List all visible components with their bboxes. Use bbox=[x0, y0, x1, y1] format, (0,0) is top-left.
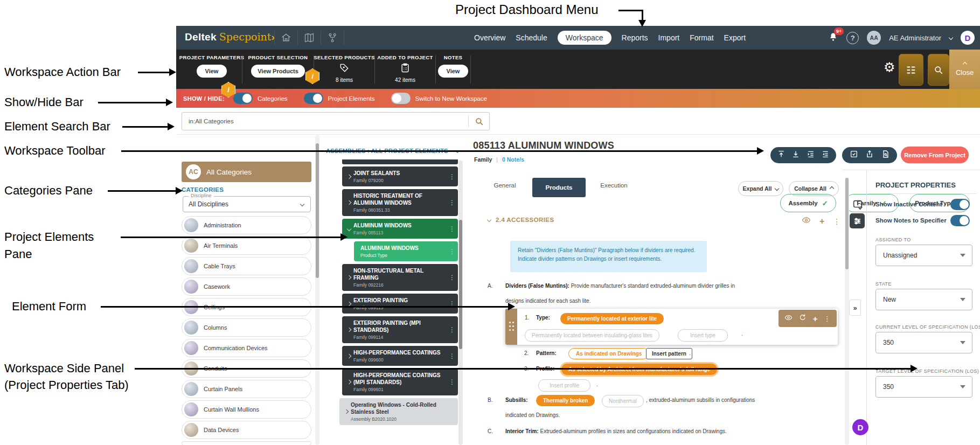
scrollbar-thumb[interactable] bbox=[316, 143, 319, 278]
chevron-right-icon[interactable] bbox=[344, 380, 353, 384]
collapse-all-button[interactable]: Collapse All bbox=[789, 181, 839, 196]
discipline-select[interactable]: Discipline All Disciplines bbox=[183, 196, 311, 212]
chevron-right-icon[interactable] bbox=[344, 328, 353, 331]
outdent-icon[interactable] bbox=[821, 150, 830, 161]
form-scrollbar[interactable] bbox=[845, 178, 849, 445]
scroll-to-top-icon[interactable] bbox=[777, 150, 786, 161]
notifications-bell-icon[interactable]: 9+ bbox=[828, 32, 838, 44]
document-search-icon[interactable] bbox=[881, 150, 890, 161]
tab-execution[interactable]: Execution bbox=[594, 182, 634, 189]
element-card-partial[interactable] bbox=[342, 159, 458, 164]
deltek-assistant-launcher[interactable]: D bbox=[852, 419, 868, 435]
map-icon[interactable] bbox=[298, 32, 321, 43]
indent-icon[interactable] bbox=[807, 150, 815, 161]
element-card-assembly[interactable]: Operating Windows - Cold-Rolled Stainles… bbox=[339, 398, 458, 425]
category-item-partial[interactable] bbox=[182, 441, 311, 445]
category-item[interactable]: Data Devices bbox=[182, 421, 311, 439]
chevron-right-icon[interactable] bbox=[344, 354, 353, 358]
tab-general[interactable]: General bbox=[486, 182, 524, 189]
panel-expander-button[interactable]: » bbox=[849, 300, 861, 316]
insert-type-chip[interactable]: Insert type bbox=[678, 329, 728, 342]
user-name[interactable]: AE Administrator bbox=[889, 34, 941, 42]
deltek-assistant-icon[interactable]: D bbox=[961, 31, 975, 45]
tab-products[interactable]: Products bbox=[532, 178, 586, 197]
kebab-menu-icon[interactable] bbox=[824, 315, 831, 323]
kebab-menu-icon[interactable] bbox=[448, 378, 456, 386]
kebab-menu-icon[interactable] bbox=[448, 326, 456, 333]
categories-scrollbar[interactable] bbox=[315, 135, 319, 445]
project-elements-toggle[interactable] bbox=[304, 93, 323, 104]
category-item[interactable]: Casework bbox=[182, 277, 311, 296]
element-card-selected-family[interactable]: ALUMINUM WINDOWSFamily 085113 bbox=[342, 219, 458, 239]
chevron-down-icon[interactable] bbox=[949, 36, 953, 40]
all-categories-header[interactable]: AC All Categories bbox=[182, 162, 311, 182]
search-input[interactable] bbox=[182, 118, 468, 124]
close-button[interactable]: Close bbox=[949, 50, 980, 89]
kebab-menu-icon[interactable] bbox=[448, 199, 456, 206]
kebab-menu-icon[interactable] bbox=[448, 352, 456, 360]
option-chip[interactable]: Nonthermal bbox=[602, 395, 644, 407]
element-card[interactable]: EXTERIOR PAINTING (MPI STANDARDS)Family … bbox=[342, 316, 458, 343]
chevron-right-icon[interactable] bbox=[344, 302, 353, 305]
nav-item-workspace[interactable]: Workspace bbox=[558, 31, 611, 45]
category-item[interactable]: Cable Trays bbox=[182, 257, 311, 275]
current-los-select[interactable]: 350 bbox=[875, 332, 972, 353]
element-card[interactable]: HISTORIC TREATMENT OF ALUMINUM WINDOWSFa… bbox=[342, 189, 458, 216]
nav-item-export[interactable]: Export bbox=[724, 33, 746, 42]
kebab-menu-icon[interactable] bbox=[448, 274, 456, 281]
chevron-down-icon[interactable] bbox=[344, 227, 353, 231]
show-notes-to-specifier-toggle[interactable] bbox=[950, 215, 970, 226]
notes-tab-icon[interactable] bbox=[852, 198, 864, 212]
nav-item-import[interactable]: Import bbox=[658, 33, 680, 42]
kebab-menu-icon[interactable] bbox=[833, 217, 840, 226]
category-item[interactable]: Curtain Panels bbox=[182, 380, 311, 398]
element-card[interactable]: NON-STRUCTURAL METAL FRAMINGFamily 09221… bbox=[342, 264, 458, 291]
element-card[interactable]: HIGH-PERFORMANCE COATINGSFamily 099600 bbox=[342, 346, 458, 366]
add-icon[interactable]: + bbox=[819, 217, 824, 226]
insert-profile-chip[interactable]: Insert profile bbox=[538, 379, 590, 392]
kebab-menu-icon[interactable] bbox=[448, 248, 456, 255]
scrollbar-thumb[interactable] bbox=[459, 220, 462, 349]
option-chip[interactable]: Permanently located between insulating-g… bbox=[525, 329, 659, 342]
state-select[interactable]: New bbox=[875, 289, 972, 310]
notes-link[interactable]: 0 Note/s bbox=[502, 156, 524, 163]
assigned-to-select[interactable]: Unassigned bbox=[875, 245, 972, 266]
category-item[interactable]: Administration bbox=[182, 216, 311, 234]
eye-icon[interactable] bbox=[784, 314, 793, 324]
help-icon[interactable]: ? bbox=[846, 32, 859, 44]
selected-option-chip[interactable]: Thermally broken bbox=[536, 395, 595, 406]
share-icon[interactable] bbox=[865, 150, 874, 161]
nav-item-format[interactable]: Format bbox=[690, 33, 713, 42]
element-form-row[interactable]: 1. Type: Permanently located at exterior… bbox=[505, 309, 838, 345]
selected-option-chip[interactable]: Permanently located at exterior lite bbox=[560, 313, 664, 324]
list-view-button[interactable] bbox=[899, 54, 923, 86]
workflow-icon[interactable] bbox=[321, 32, 344, 43]
filter-chip-assembly[interactable]: Assembly bbox=[780, 194, 836, 212]
category-item[interactable]: Columns bbox=[182, 318, 311, 337]
kebab-menu-icon[interactable] bbox=[448, 225, 456, 233]
view-notes-button[interactable]: View bbox=[438, 65, 469, 78]
refresh-icon[interactable] bbox=[798, 314, 807, 324]
nav-item-reports[interactable]: Reports bbox=[622, 33, 648, 42]
search-icon[interactable] bbox=[469, 116, 489, 127]
chevron-right-icon[interactable] bbox=[344, 276, 353, 279]
home-icon[interactable] bbox=[275, 32, 297, 43]
chevron-right-icon[interactable] bbox=[344, 201, 353, 204]
properties-tab-icon[interactable] bbox=[850, 213, 865, 228]
drag-handle[interactable] bbox=[505, 309, 517, 345]
expand-all-button[interactable]: Expand All bbox=[738, 181, 783, 196]
element-card[interactable]: HIGH-PERFORMANCE COATINGS (MPI STANDARDS… bbox=[342, 368, 458, 395]
search-toggle-button[interactable] bbox=[928, 54, 949, 86]
category-item[interactable]: Curtain Wall Mullions bbox=[182, 400, 311, 419]
chevron-right-icon[interactable] bbox=[344, 175, 353, 178]
element-card[interactable]: JOINT SEALANTSFamily 079200 bbox=[342, 166, 458, 186]
new-workspace-toggle[interactable] bbox=[391, 93, 411, 104]
element-card-selected-product[interactable]: ALUMINUM WINDOWSProduct Type bbox=[354, 241, 458, 261]
category-item[interactable]: Air Terminals bbox=[182, 237, 311, 255]
category-item[interactable]: Communication Devices bbox=[182, 339, 311, 357]
chevron-right-icon[interactable] bbox=[342, 410, 351, 413]
categories-toggle[interactable] bbox=[233, 93, 253, 104]
kebab-menu-icon[interactable] bbox=[448, 173, 456, 180]
element-card[interactable]: EXTERIOR PAINTINGFamily 099113 bbox=[342, 294, 458, 314]
nav-item-overview[interactable]: Overview bbox=[474, 33, 505, 42]
